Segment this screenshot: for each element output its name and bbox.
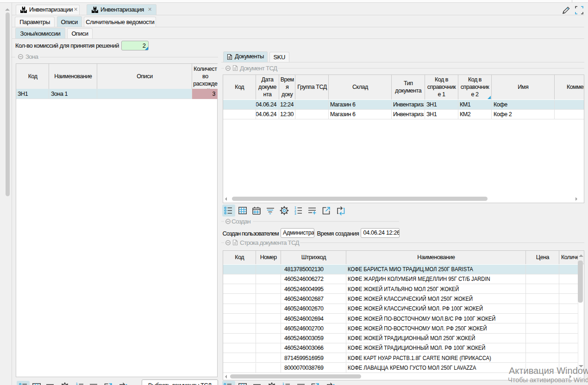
svg-text:1: 1 bbox=[76, 382, 78, 385]
svg-text:3: 3 bbox=[294, 211, 296, 215]
svg-text:1: 1 bbox=[282, 382, 284, 385]
